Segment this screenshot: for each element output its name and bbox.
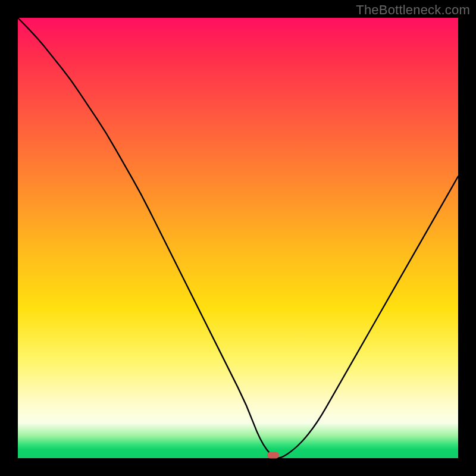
optimal-point-marker: [267, 452, 279, 459]
watermark-text: TheBottleneck.com: [356, 2, 470, 18]
chart-frame: TheBottleneck.com: [0, 0, 476, 476]
bottleneck-curve: [18, 18, 458, 458]
plot-area: [18, 18, 458, 458]
